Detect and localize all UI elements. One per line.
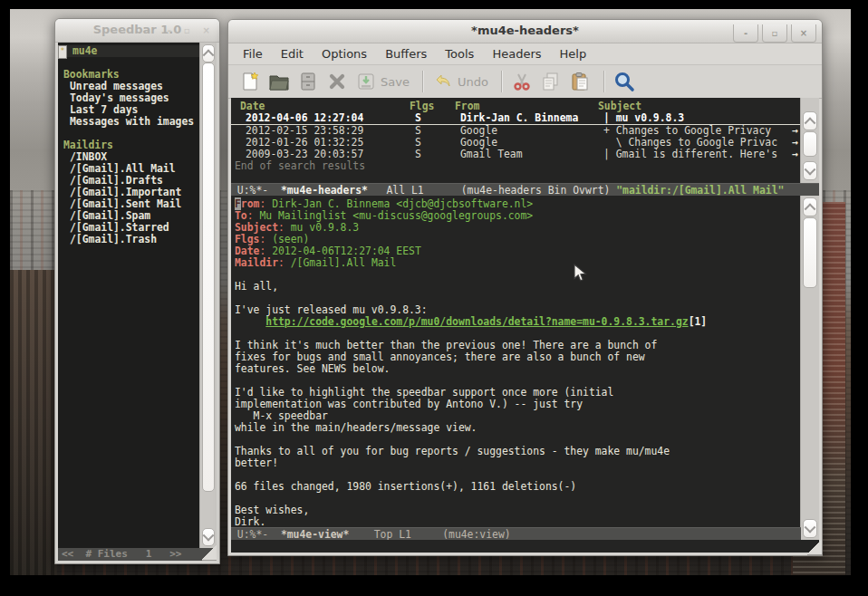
scissors-icon xyxy=(511,71,533,92)
body-link-line: http://code.google.com/p/mu0/downloads/d… xyxy=(235,316,801,328)
headers-scrollbar[interactable] xyxy=(800,98,819,183)
chevron-up-icon xyxy=(203,49,215,61)
copy-icon xyxy=(540,71,562,92)
chevron-up-icon xyxy=(805,117,816,129)
emacs-window: *mu4e-headers* - ▫ × FileEditOptionsBuff… xyxy=(227,19,823,556)
minimize-button[interactable]: - xyxy=(733,24,758,43)
emacs-titlebar[interactable]: *mu4e-headers* - ▫ × xyxy=(228,20,822,43)
chevron-down-icon xyxy=(805,163,816,175)
menu-item-edit[interactable]: Edit xyxy=(272,45,313,62)
speedbar-tree: mu4e BookmarksUnread messagesToday's mes… xyxy=(58,43,200,548)
close-x-icon xyxy=(326,71,348,92)
body-post-link: I think it's much better than the previo… xyxy=(235,328,801,527)
copy-button[interactable] xyxy=(538,70,564,93)
chevron-up-icon xyxy=(805,203,816,215)
speedbar-scrollbar[interactable] xyxy=(199,43,217,548)
scroll-up-button[interactable] xyxy=(202,44,215,62)
column-subject[interactable]: Subject xyxy=(598,101,641,112)
close-button[interactable]: × xyxy=(791,24,816,43)
modeline-buffer-name: *mu4e-headers* xyxy=(281,184,368,197)
truncation-arrow-icon: → xyxy=(792,149,798,160)
mouse-pointer-icon xyxy=(574,264,588,284)
scroll-down-button[interactable] xyxy=(803,519,817,538)
echo-area[interactable] xyxy=(231,540,819,553)
menu-item-tools[interactable]: Tools xyxy=(436,45,483,62)
message-view-pane: From: Dirk-Jan C. Binnema <djcb@djcbsoft… xyxy=(231,196,801,527)
toolbar-separator xyxy=(501,71,502,92)
headers-rows: 2012-04-06 12:27:04SDirk-Jan C. Binnema|… xyxy=(231,112,801,160)
toolbar: Save Undo xyxy=(228,65,822,99)
modeline-buffer-name: *mu4e-view* xyxy=(281,528,349,541)
scroll-up-button[interactable] xyxy=(803,197,817,216)
save-label[interactable]: Save xyxy=(381,75,410,89)
save-icon xyxy=(355,71,377,92)
undo-icon xyxy=(432,71,454,92)
link-footnote-ref: [1] xyxy=(689,315,708,328)
maximize-button[interactable]: ▫ xyxy=(762,24,787,43)
close-buffer-button[interactable] xyxy=(324,70,350,93)
undo-button[interactable] xyxy=(430,70,456,93)
minimize-icon: - xyxy=(744,28,747,38)
header-row[interactable]: 2009-03-23 20:03:57SGmail Team| Gmail is… xyxy=(231,149,801,160)
scroll-down-button[interactable] xyxy=(202,528,215,546)
chevron-down-icon xyxy=(203,530,215,542)
new-file-icon xyxy=(239,71,261,92)
new-file-button[interactable] xyxy=(237,70,263,93)
scrollbar-thumb[interactable] xyxy=(803,131,817,157)
chevron-down-icon xyxy=(805,521,816,533)
scroll-up-button[interactable] xyxy=(803,111,817,130)
view-modeline: U:%*- *mu4e-view* Top L1 (mu4e:view) xyxy=(231,527,801,540)
save-as-button[interactable] xyxy=(295,70,321,93)
menu-item-file[interactable]: File xyxy=(234,45,272,62)
speedbar-window: Speedbar 1.0 - ▫ × * mu4e BookmarksUnrea… xyxy=(54,18,220,564)
speedbar-titlebar[interactable]: Speedbar 1.0 - ▫ × xyxy=(55,19,219,43)
header-row[interactable]: 2012-04-06 12:27:04SDirk-Jan C. Binnema|… xyxy=(231,112,801,125)
close-icon: × xyxy=(800,28,807,38)
search-button[interactable] xyxy=(612,70,637,93)
speedbar-root-mu4e[interactable]: mu4e xyxy=(58,45,200,57)
emacs-frame: Date Flgs From Subject 2012-04-06 12:27:… xyxy=(231,98,819,553)
menu-item-options[interactable]: Options xyxy=(313,45,376,62)
toolbar-separator xyxy=(422,71,423,92)
resize-grip[interactable] xyxy=(807,540,822,555)
modeline-query: "maildir:/[Gmail].All Mail" xyxy=(616,184,784,197)
cut-button[interactable] xyxy=(509,70,535,93)
menu-item-buffers[interactable]: Buffers xyxy=(376,45,436,62)
view-fields: From: Dirk-Jan C. Binnema <djcb@djcbsoft… xyxy=(235,198,801,269)
view-field-maildir: Maildir: /[Gmail].All Mail xyxy=(235,257,801,269)
minimize-icon[interactable]: - xyxy=(168,25,171,35)
message-link[interactable]: http://code.google.com/p/mu0/downloads/d… xyxy=(265,315,688,328)
text-cursor: F xyxy=(235,197,241,210)
scrollbar-thumb[interactable] xyxy=(803,217,817,288)
save-button[interactable] xyxy=(353,70,379,93)
menu-item-help[interactable]: Help xyxy=(551,45,596,62)
resize-grip[interactable] xyxy=(202,545,217,561)
desktop-building-left xyxy=(10,270,57,576)
speedbar-status-bar: << # Files 1 >> xyxy=(58,548,217,561)
maximize-icon: ▫ xyxy=(772,28,778,38)
headers-modeline: U:%*- *mu4e-headers* All L1 (mu4e-header… xyxy=(231,183,819,196)
view-scrollbar[interactable] xyxy=(800,196,819,553)
scrollbar-thumb[interactable] xyxy=(202,62,215,492)
file-cabinet-icon xyxy=(297,71,319,92)
menu-bar: FileEditOptionsBuffersToolsHeadersHelp xyxy=(228,43,822,65)
open-file-button[interactable] xyxy=(266,70,292,93)
paste-button[interactable] xyxy=(567,70,593,93)
search-icon xyxy=(612,70,636,93)
end-of-results: End of search results xyxy=(231,160,801,172)
undo-label[interactable]: Undo xyxy=(458,75,488,89)
speedbar-item[interactable]: Messages with images xyxy=(58,116,200,128)
scroll-down-button[interactable] xyxy=(803,161,817,180)
close-icon[interactable]: × xyxy=(203,25,210,35)
open-folder-icon xyxy=(268,71,290,92)
speedbar-expand-icon[interactable]: * xyxy=(58,45,67,59)
headers-pane: Date Flgs From Subject 2012-04-06 12:27:… xyxy=(231,98,801,183)
menu-item-headers[interactable]: Headers xyxy=(483,45,550,62)
toolbar-separator xyxy=(603,71,604,92)
maximize-icon[interactable]: ▫ xyxy=(184,25,190,35)
column-flags[interactable]: Flgs xyxy=(410,101,434,112)
speedbar-item[interactable]: /[Gmail].Trash xyxy=(58,234,200,245)
view-field-subject: Subject: mu v0.9.8.3 xyxy=(235,222,801,234)
clipboard-icon xyxy=(569,71,591,92)
body-pre-link: Hi all, I've just released mu v0.9.8.3: xyxy=(235,269,801,316)
